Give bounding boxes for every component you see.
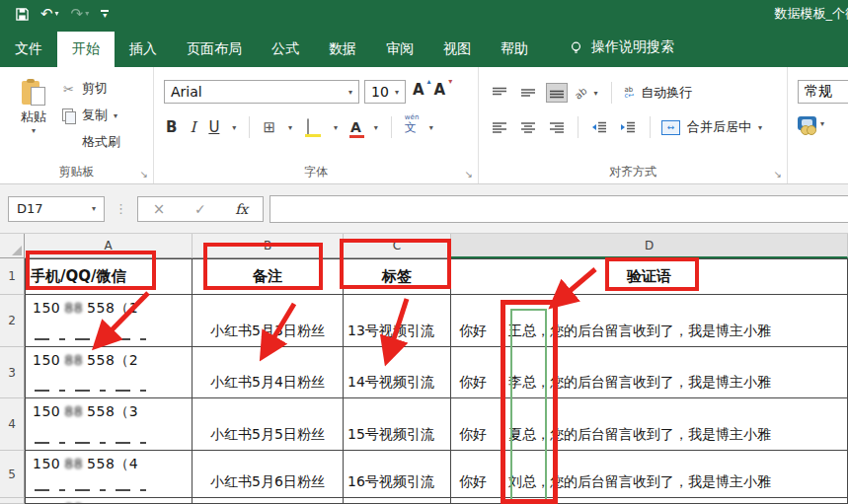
- undo-dropdown-icon[interactable]: ▾: [55, 10, 59, 18]
- cell-b5[interactable]: 小红书5月6日粉丝: [193, 451, 344, 498]
- quick-access-toolbar: ↶▾ ↷▾ ▾: [0, 7, 109, 22]
- row-header-6[interactable]: [0, 498, 25, 504]
- undo-icon: ↶: [40, 7, 53, 22]
- redo-icon: ↷: [71, 7, 84, 22]
- tab-help[interactable]: 帮助: [486, 32, 543, 67]
- orientation-button[interactable]: ab: [573, 85, 589, 101]
- font-name-combobox[interactable]: Arial ▾: [164, 80, 359, 104]
- redo-button[interactable]: ↷▾: [71, 7, 90, 22]
- fill-color-button[interactable]: [305, 119, 321, 135]
- tab-home[interactable]: 开始: [57, 32, 115, 67]
- wrap-text-button[interactable]: 自动换行: [641, 84, 692, 102]
- cell-a5[interactable]: 15088558（4: [25, 451, 193, 498]
- format-painter-button[interactable]: 格式刷: [61, 133, 120, 151]
- fill-color-dropdown-icon[interactable]: ▾: [334, 123, 338, 132]
- align-center-button[interactable]: [517, 117, 539, 137]
- cell-b2[interactable]: 小红书5月3日粉丝: [193, 295, 344, 347]
- tab-insert[interactable]: 插入: [115, 32, 172, 67]
- align-middle-button[interactable]: [517, 83, 539, 103]
- cell-b4[interactable]: 小红书5月5日粉丝: [193, 398, 344, 451]
- cell-a3[interactable]: 15088558（2: [25, 347, 193, 398]
- wrap-text-icon: abc↩: [625, 87, 635, 99]
- font-color-button[interactable]: A: [350, 119, 361, 135]
- formula-bar-handle-icon[interactable]: ⋮: [115, 201, 127, 216]
- align-right-button[interactable]: [546, 117, 568, 137]
- cell-b6[interactable]: [193, 498, 344, 504]
- decrease-font-button[interactable]: A▾: [434, 81, 446, 99]
- increase-font-button[interactable]: A▴: [413, 81, 424, 99]
- underline-dropdown-icon[interactable]: ▾: [232, 123, 236, 132]
- copy-dropdown-icon[interactable]: ▾: [114, 111, 117, 120]
- font-size-value: 10: [371, 84, 389, 100]
- accounting-format-button[interactable]: ▾: [798, 116, 824, 130]
- cell-b3[interactable]: 小红书5月4日粉丝: [193, 347, 344, 398]
- cell-c6[interactable]: [344, 498, 451, 504]
- merge-center-button[interactable]: 合并后居中: [687, 118, 751, 136]
- confirm-entry-icon[interactable]: ✓: [194, 201, 206, 217]
- number-format-value: 常规: [805, 83, 832, 101]
- clipboard-group: 粘贴 ▾ ✂ 剪切 复制 ▾ 格式刷 剪贴板 ↘: [0, 67, 154, 183]
- tab-file[interactable]: 文件: [0, 32, 57, 67]
- decrease-indent-button[interactable]: [588, 117, 610, 137]
- copy-icon: [61, 108, 76, 123]
- number-format-combobox[interactable]: 常规: [798, 80, 848, 104]
- cut-button[interactable]: ✂ 剪切: [61, 80, 120, 98]
- ribbon-tab-strip: 文件 开始 插入 页面布局 公式 数据 审阅 视图 帮助 操作说明搜索: [0, 28, 848, 67]
- tab-review[interactable]: 审阅: [371, 32, 428, 67]
- alignment-dialog-launcher-icon[interactable]: ↘: [774, 169, 782, 180]
- bold-button[interactable]: B: [166, 118, 177, 136]
- tell-me-search[interactable]: 操作说明搜索: [569, 28, 674, 67]
- align-left-button[interactable]: [489, 117, 510, 137]
- paste-button[interactable]: 粘贴 ▾: [12, 79, 55, 135]
- name-box-dropdown-icon[interactable]: ▾: [92, 204, 96, 213]
- row-header-1[interactable]: 1: [0, 258, 25, 295]
- cell-c5[interactable]: 16号视频引流: [344, 451, 451, 498]
- row-header-2[interactable]: 2: [0, 295, 25, 347]
- cell-c3[interactable]: 14号视频引流: [344, 347, 451, 398]
- annotation-box-verify-header: [605, 257, 699, 291]
- borders-button[interactable]: ⊞: [263, 118, 275, 136]
- phonetic-dropdown-icon[interactable]: ▾: [429, 123, 433, 132]
- underline-button[interactable]: U: [208, 118, 219, 136]
- cancel-entry-icon[interactable]: ×: [153, 200, 166, 218]
- formula-bar: D17 ▾ ⋮ × ✓ fx: [0, 184, 848, 234]
- tab-view[interactable]: 视图: [428, 32, 486, 67]
- accounting-dropdown-icon[interactable]: ▾: [820, 119, 824, 128]
- cell-c4[interactable]: 15号视频引流: [344, 398, 451, 451]
- row-header-4[interactable]: 4: [0, 398, 25, 451]
- tab-page-layout[interactable]: 页面布局: [172, 32, 257, 67]
- select-all-corner[interactable]: [0, 234, 25, 258]
- tab-formulas[interactable]: 公式: [257, 32, 314, 67]
- font-size-dropdown-icon[interactable]: ▾: [395, 88, 399, 97]
- cell-a2[interactable]: 15088558（1: [25, 295, 193, 347]
- paste-dropdown-icon[interactable]: ▾: [12, 126, 55, 135]
- cell-a6[interactable]: 15088558（5: [25, 498, 193, 504]
- merge-center-dropdown-icon[interactable]: ▾: [758, 123, 762, 132]
- column-header-d[interactable]: D: [451, 234, 848, 258]
- clipboard-dialog-launcher-icon[interactable]: ↘: [140, 169, 148, 180]
- tab-data[interactable]: 数据: [314, 32, 371, 67]
- cell-c2[interactable]: 13号视频引流: [344, 295, 451, 347]
- save-icon[interactable]: [16, 8, 29, 21]
- row-header-3[interactable]: 3: [0, 347, 25, 398]
- customize-qat-button[interactable]: ▾: [101, 10, 109, 18]
- cell-a4[interactable]: 15088558（3: [25, 398, 193, 451]
- align-bottom-button[interactable]: [546, 83, 568, 103]
- insert-function-icon[interactable]: fx: [235, 201, 248, 217]
- align-top-button[interactable]: [489, 83, 510, 103]
- font-color-dropdown-icon[interactable]: ▾: [374, 123, 378, 132]
- name-box[interactable]: D17 ▾: [8, 196, 105, 222]
- tell-me-label: 操作说明搜索: [591, 38, 674, 56]
- copy-button[interactable]: 复制 ▾: [61, 107, 120, 124]
- row-header-5[interactable]: 5: [0, 451, 25, 498]
- undo-button[interactable]: ↶▾: [40, 7, 59, 22]
- font-dialog-launcher-icon[interactable]: ↘: [465, 169, 473, 180]
- orientation-dropdown-icon[interactable]: ▾: [593, 89, 597, 98]
- font-size-combobox[interactable]: 10 ▾: [364, 80, 406, 104]
- italic-button[interactable]: I: [190, 118, 195, 136]
- font-name-dropdown-icon[interactable]: ▾: [348, 88, 352, 97]
- borders-dropdown-icon[interactable]: ▾: [288, 123, 292, 132]
- formula-input[interactable]: [270, 195, 848, 223]
- increase-indent-button[interactable]: [617, 117, 639, 137]
- phonetic-guide-button[interactable]: wén文: [405, 121, 417, 133]
